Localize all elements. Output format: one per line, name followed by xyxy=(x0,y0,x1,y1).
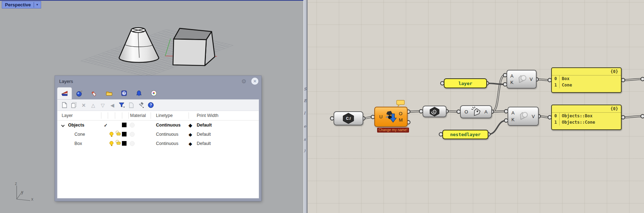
tab-notifications[interactable] xyxy=(131,87,146,99)
layers-panel: Layers ⚙ ✕ xyxy=(55,76,261,201)
tab-annotate[interactable] xyxy=(87,87,102,99)
unlock-icon[interactable] xyxy=(117,131,121,136)
filter-icon[interactable] xyxy=(118,102,125,109)
port-a[interactable]: A xyxy=(510,74,514,78)
material-swatch[interactable] xyxy=(130,132,135,138)
layer-row-objects[interactable]: Objects ✓ Continuous ◆ Default xyxy=(57,120,259,130)
row-index: 1 xyxy=(552,120,559,125)
tab-materials[interactable] xyxy=(72,87,87,99)
viewport-tab-perspective[interactable]: Perspective ▼ xyxy=(2,1,41,9)
get-value-component-bottom[interactable]: A K V xyxy=(508,107,539,126)
clipped-text-fragment: S xyxy=(304,87,307,91)
balloon-marker-icon[interactable] xyxy=(396,100,405,107)
visibility-bulb-icon[interactable] xyxy=(110,141,113,146)
port-a[interactable]: A xyxy=(511,111,515,115)
tools-icon[interactable] xyxy=(138,102,145,109)
tab-folder[interactable] xyxy=(102,87,117,99)
row-value: Cone xyxy=(559,83,572,88)
rhino-viewport[interactable]: z y x Perspective ▼ Layers ⚙ ✕ xyxy=(0,0,303,213)
report-icon[interactable] xyxy=(128,102,135,109)
nestedlayer-text-capsule[interactable]: nestedlayer xyxy=(442,130,488,139)
port-v[interactable]: V xyxy=(530,77,536,82)
layer-name[interactable]: Cone xyxy=(74,132,85,137)
window-split-edge[interactable]: S E I e s ) xyxy=(303,0,308,213)
port-a[interactable]: A xyxy=(485,110,488,114)
layer-text-capsule[interactable]: layer xyxy=(444,78,487,88)
layer-linetype[interactable]: Continuous xyxy=(156,123,180,128)
axis-gizmo-labels: z y x xyxy=(15,181,33,202)
modify-object-component[interactable]: U O M xyxy=(374,107,408,127)
layer-row-box[interactable]: Box Continuous ◆ Default xyxy=(57,139,259,148)
port-v[interactable]: V xyxy=(532,114,538,119)
row-value: Objects::Box xyxy=(559,113,593,118)
close-icon[interactable]: ✕ xyxy=(251,78,258,85)
layer-color-swatch[interactable] xyxy=(122,141,127,147)
gear-icon[interactable]: ⚙ xyxy=(241,78,246,85)
tab-display[interactable] xyxy=(146,87,161,99)
copy-layer-icon[interactable] xyxy=(71,102,78,109)
port-o[interactable]: O xyxy=(465,110,468,114)
move-up-icon[interactable]: △ xyxy=(90,102,97,109)
previous-icon[interactable]: ◀ xyxy=(109,102,116,109)
layer-color-swatch[interactable] xyxy=(122,123,127,128)
layer-linetype[interactable]: Continuous xyxy=(156,141,178,146)
item-tag-component[interactable]: O A xyxy=(460,105,492,118)
path-component[interactable]: C:/ xyxy=(334,111,363,125)
tag-icon xyxy=(470,106,482,118)
layers-toolbar: ✕ △ ▽ ◀ ? xyxy=(57,100,259,111)
layer-print-width[interactable]: Default xyxy=(197,141,211,146)
layer-linetype[interactable]: Continuous xyxy=(156,132,178,137)
panel-row: 0 Objects::Box xyxy=(552,113,621,119)
port-k[interactable]: K xyxy=(511,117,515,122)
port-o[interactable]: O xyxy=(399,111,403,116)
material-swatch[interactable] xyxy=(130,123,135,129)
column-header-material[interactable]: Material xyxy=(130,113,146,118)
unlock-icon[interactable] xyxy=(117,140,121,146)
layer-print-width[interactable]: Default xyxy=(197,123,212,128)
color-wheel-icon xyxy=(151,90,157,96)
object-cache-component[interactable] xyxy=(422,106,447,117)
help-icon[interactable]: ? xyxy=(147,102,154,109)
output-panel-bottom[interactable]: {0} 0 Objects::Box 1 Objects::Cone xyxy=(551,105,622,130)
pen-icon xyxy=(91,90,98,97)
bell-icon xyxy=(135,90,142,97)
column-header-linetype[interactable]: Linetype xyxy=(156,113,173,118)
column-header-layer[interactable]: Layer xyxy=(62,113,73,118)
output-panel-top[interactable]: {0} 0 Box 1 Cone xyxy=(551,67,622,93)
material-sphere-icon xyxy=(76,90,83,97)
box-object[interactable] xyxy=(173,28,215,66)
port-k[interactable]: K xyxy=(510,80,514,85)
column-header-print-width[interactable]: Print Width xyxy=(197,113,218,118)
panel-row: 1 Cone xyxy=(552,82,621,88)
print-width-diamond-icon: ◆ xyxy=(189,123,192,128)
clipped-text-fragment: E xyxy=(304,99,307,103)
tab-divider xyxy=(34,2,34,7)
current-layer-check-icon[interactable]: ✓ xyxy=(104,123,107,128)
layer-color-swatch[interactable] xyxy=(122,132,127,138)
tab-layers[interactable] xyxy=(57,87,72,99)
delete-icon[interactable]: ✕ xyxy=(80,102,87,109)
cone-object[interactable] xyxy=(119,28,159,62)
panel-title: Layers xyxy=(59,79,241,84)
visibility-bulb-icon[interactable] xyxy=(110,132,113,137)
help-box-icon: ? xyxy=(121,90,128,97)
get-value-component-top[interactable]: A K V xyxy=(506,70,537,89)
layer-row-cone[interactable]: Cone Continuous ◆ Default xyxy=(57,130,259,139)
grasshopper-canvas[interactable]: C:/ U O M Change my name! xyxy=(308,0,644,213)
chevron-down-icon[interactable]: ▼ xyxy=(35,3,39,6)
material-swatch[interactable] xyxy=(130,141,135,147)
port-m[interactable]: M xyxy=(399,118,403,122)
tab-help-box[interactable]: ? xyxy=(117,87,131,99)
layer-name[interactable]: Box xyxy=(74,141,82,146)
clipped-text-fragment: I xyxy=(304,111,307,116)
move-down-icon[interactable]: ▽ xyxy=(99,102,106,109)
spiral-icon xyxy=(427,106,442,117)
layers-icon xyxy=(61,90,68,97)
port-u[interactable]: U xyxy=(379,114,382,119)
axis-gizmo xyxy=(17,186,30,201)
new-layer-icon[interactable] xyxy=(61,102,68,109)
axis-label-x: x xyxy=(31,197,33,202)
expand-chevron-icon[interactable] xyxy=(62,123,64,128)
layer-name[interactable]: Objects xyxy=(68,123,84,128)
layer-print-width[interactable]: Default xyxy=(197,132,211,137)
